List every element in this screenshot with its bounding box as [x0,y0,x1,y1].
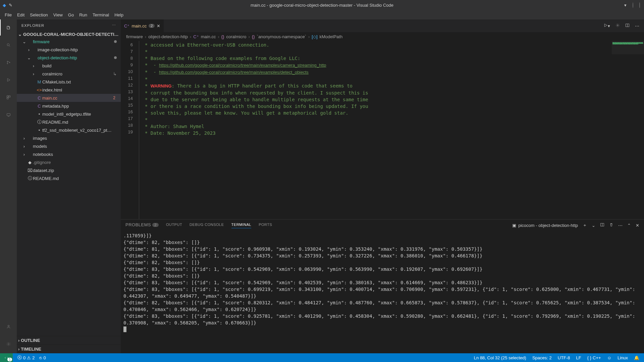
breadcrumb-item[interactable]: kModelPath [320,34,343,39]
tab-close-icon[interactable]: ✕ [157,23,160,28]
file-icon: • [36,112,42,117]
terminal-icon: ▣ [512,223,516,228]
remote-explorer-icon[interactable] [4,110,13,119]
breadcrumb-icon: {} [252,34,255,39]
tree-label: firmware [33,39,114,44]
editor-body[interactable]: 678910111213141516171819 * accessed via … [121,41,644,219]
file-icon: ⌧ [27,168,33,173]
extensions-icon[interactable] [4,93,13,102]
account-icon[interactable] [4,322,13,331]
breadcrumb-item[interactable]: object-detection-http [148,34,188,39]
run-debug-icon[interactable] [4,75,13,84]
breadcrumb-item[interactable]: coralmicro [226,34,247,39]
breadcrumb[interactable]: firmware›object-detection-http›C⁺main.cc… [121,32,644,41]
more-icon[interactable]: ⋯ [618,223,623,228]
remote-button[interactable]: 1 [0,353,13,362]
file-icon: <> [36,87,42,93]
terminal-profile[interactable]: ▣ picocom - object-detection-http [512,223,578,228]
chevron-right-icon: › [21,143,27,149]
file-tf2-ssd-mobilenet-v2-coco17-pt-[interactable]: •tf2_ssd_mobilenet_v2_coco17_pt… [17,126,121,134]
breadcrumb-item[interactable]: firmware [126,34,143,39]
error-icon: ⓧ [17,355,22,361]
spacer [21,176,27,181]
tab-problems[interactable]: PROBLEMS2 [125,222,159,229]
menu-go[interactable]: Go [65,11,76,19]
code-area[interactable]: * accessed via Ethernet-over-USB connect… [139,41,612,219]
folder-models[interactable]: ›models [17,142,121,150]
terminal-output[interactable]: .117059}]} {"dtime": 82, "bboxes": []} {… [121,231,644,353]
explorer-title: EXPLORER [21,23,44,27]
tree-label: README.md [42,120,117,125]
close-icon[interactable] [639,3,640,8]
file-readme-md[interactable]: ⓘREADME.md [17,118,121,126]
chevron-right-icon: › [21,135,27,141]
outline-header[interactable]: › OUTLINE [17,336,121,345]
tab-debug-console[interactable]: DEBUG CONSOLE [190,223,224,228]
close-panel-icon[interactable]: ✕ [636,223,639,228]
more-icon[interactable]: ⋯ [635,23,639,28]
status-spaces[interactable]: Spaces: 2 [532,355,552,360]
status-selection[interactable]: Ln 88, Col 32 (25 selected) [474,355,526,360]
file-icon: ◆ [27,160,33,165]
timeline-header[interactable]: › TIMELINE [17,345,121,353]
status-feedback-icon[interactable]: ☺ [607,355,611,360]
file-dataset-zip[interactable]: ⌧dataset.zip [17,166,121,174]
new-terminal-icon[interactable]: ＋ [583,222,587,228]
tab-terminal[interactable]: TERMINAL [231,223,252,228]
menu-terminal[interactable]: Terminal [90,11,112,19]
status-problems[interactable]: ⓧ0 ⚠2 [17,355,35,361]
status-encoding[interactable]: UTF-8 [558,355,570,360]
pin-icon[interactable]: ✎ [9,3,12,8]
workspace-header[interactable]: ⌄ GOOGLE-CORAL-MICRO-OBJECT-DETECTIO… [17,31,121,38]
maximize-panel-icon[interactable]: ⌃ [627,223,631,228]
file--gitignore[interactable]: ◆.gitignore [17,158,121,166]
panel-tabs: PROBLEMS2 OUTPUT DEBUG CONSOLE TERMINAL … [121,220,644,231]
kill-terminal-icon[interactable] [609,223,613,228]
folder-image-collection-http[interactable]: ›image-collection-http [17,46,121,54]
file-model-int8-edgetpu-tflite[interactable]: •model_int8_edgetpu.tflite [17,110,121,118]
status-os[interactable]: Linux [618,355,628,360]
run-icon[interactable]: ▾ [603,23,610,28]
folder-build[interactable]: ›build [17,62,121,70]
status-bell-icon[interactable]: 🔔 [634,355,639,360]
tab-main-cc[interactable]: C⁺ main.cc 2 ✕ [121,19,164,32]
menu-run[interactable]: Run [76,11,90,19]
file-cmakelists-txt[interactable]: MCMakeLists.txt [17,78,121,86]
settings-icon[interactable] [615,23,620,28]
menu-selection[interactable]: Selection [27,11,50,19]
folder-coralmicro[interactable]: ›coralmicro↳ [17,70,121,78]
status-lang[interactable]: { }C++ [587,355,601,360]
menu-file[interactable]: File [2,11,14,19]
status-ports[interactable]: ⎋0 [39,355,46,360]
menu-help[interactable]: Help [112,11,126,19]
folder-images[interactable]: ›images [17,134,121,142]
minimap[interactable]: ████ ███ ██ ████ ███ ██ ████ ███ ██ ████… [612,41,644,219]
folder-notebooks[interactable]: ›notebooks [17,150,121,158]
terminal-dropdown-icon[interactable]: ⌄ [592,223,595,228]
search-icon[interactable] [4,40,13,50]
file-index-html[interactable]: <>index.html [17,86,121,94]
minimize-icon[interactable]: ▾ [624,3,627,8]
folder-firmware[interactable]: ⌄firmware [17,38,121,46]
tab-ports[interactable]: PORTS [259,223,272,228]
source-control-icon[interactable] [4,58,13,67]
tab-output[interactable]: OUTPUT [166,223,182,228]
breadcrumb-item[interactable]: main.cc [201,34,216,39]
explorer-more-icon[interactable]: ⋯ [112,23,116,27]
file-main-cc[interactable]: Cmain.cc2 [17,94,121,102]
file-icon: C [36,104,42,109]
folder-object-detection-http[interactable]: ⌄object-detection-http [17,54,121,62]
explorer-icon[interactable] [4,23,13,32]
menu-edit[interactable]: Edit [14,11,27,19]
split-terminal-icon[interactable] [600,223,604,228]
maximize-icon[interactable] [633,3,633,8]
minimap-slider[interactable] [612,41,644,54]
file-metadata-hpp[interactable]: Cmetadata.hpp [17,102,121,110]
svg-rect-5 [9,96,10,97]
breadcrumb-item[interactable]: `anonymous-namespace` [257,34,306,39]
file-readme-md[interactable]: ⓘREADME.md [17,174,121,182]
status-eol[interactable]: LF [576,355,581,360]
gear-icon[interactable] [4,339,13,349]
menu-view[interactable]: View [51,11,65,19]
split-editor-icon[interactable] [625,23,630,28]
